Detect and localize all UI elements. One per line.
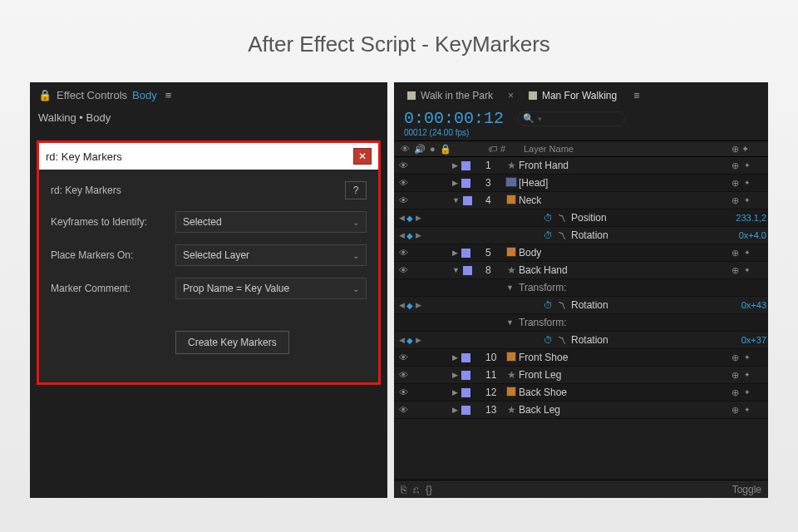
graph-icon[interactable]: 〽 bbox=[558, 301, 566, 310]
lock-icon[interactable]: 🔒 bbox=[440, 144, 451, 155]
place-dropdown[interactable]: Selected Layer ⌄ bbox=[175, 244, 367, 266]
collapse-icon[interactable]: ✦ bbox=[744, 266, 751, 274]
twirl-icon[interactable]: ▶ bbox=[452, 179, 458, 187]
next-keyframe-icon[interactable]: ▶ bbox=[416, 214, 421, 222]
twirl-icon[interactable]: ▶ bbox=[452, 388, 458, 397]
twirl-icon[interactable]: ▼ bbox=[452, 196, 460, 204]
eye-icon[interactable]: 👁 bbox=[401, 144, 410, 154]
property-value[interactable]: 0x+43 bbox=[741, 300, 766, 310]
tab-man-for-walking[interactable]: Man For Walking bbox=[524, 87, 622, 104]
layer-name[interactable]: Back Leg bbox=[519, 404, 732, 416]
tab-close-icon[interactable]: × bbox=[508, 90, 514, 101]
stopwatch-icon[interactable]: ⏱ bbox=[544, 300, 553, 310]
layer-row[interactable]: 👁▶1★Front Hand⊕✦ bbox=[394, 157, 768, 175]
collapse-icon[interactable]: ✦ bbox=[744, 179, 751, 187]
layer-name[interactable]: Front Leg bbox=[519, 369, 732, 381]
eye-icon[interactable]: 👁 bbox=[399, 195, 408, 205]
collapse-icon[interactable]: ✦ bbox=[744, 406, 751, 414]
twirl-icon[interactable]: ▶ bbox=[452, 406, 458, 414]
group-row[interactable]: ▼Transform: bbox=[394, 279, 768, 297]
collapse-icon[interactable]: ✦ bbox=[744, 353, 751, 362]
panel-menu-icon[interactable]: ≡ bbox=[165, 89, 172, 101]
close-icon[interactable]: ✕ bbox=[353, 148, 372, 165]
property-name[interactable]: Rotation bbox=[571, 229, 608, 241]
property-row[interactable]: ◀ ◆ ▶⏱〽Position233.1,2 bbox=[394, 209, 768, 227]
property-name[interactable]: Rotation bbox=[571, 334, 608, 346]
toggle-switches-icon[interactable]: ⎘ bbox=[401, 484, 406, 495]
shy-icon[interactable]: ⊕ bbox=[732, 265, 739, 276]
property-row[interactable]: ◀ ◆ ▶⏱〽Rotation0x+4.0 bbox=[394, 227, 768, 244]
next-keyframe-icon[interactable]: ▶ bbox=[416, 231, 421, 239]
property-row[interactable]: ◀ ◆ ▶⏱〽Rotation0x+37 bbox=[394, 332, 768, 349]
shy-icon[interactable]: ⊕ bbox=[732, 178, 739, 189]
keyframe-diamond-icon[interactable]: ◆ bbox=[406, 336, 413, 345]
property-value[interactable]: 0x+37 bbox=[741, 335, 766, 345]
shy-icon[interactable]: ⊕ bbox=[732, 195, 739, 206]
toggle-brackets-icon[interactable]: {} bbox=[426, 484, 432, 495]
layer-row[interactable]: 👁▶10Front Shoe⊕✦ bbox=[394, 349, 768, 367]
twirl-icon[interactable]: ▼ bbox=[506, 283, 514, 292]
shy-icon[interactable]: ⊕ bbox=[732, 160, 739, 171]
collapse-icon[interactable]: ✦ bbox=[744, 161, 751, 170]
layer-name[interactable]: Neck bbox=[519, 195, 732, 206]
prev-keyframe-icon[interactable]: ◀ bbox=[399, 336, 404, 344]
next-keyframe-icon[interactable]: ▶ bbox=[416, 301, 421, 309]
property-name[interactable]: Rotation bbox=[571, 299, 608, 311]
toggle-label[interactable]: Toggle bbox=[732, 484, 761, 495]
graph-icon[interactable]: 〽 bbox=[558, 231, 566, 240]
layername-column[interactable]: Layer Name bbox=[517, 144, 732, 154]
twirl-icon[interactable]: ▶ bbox=[452, 249, 458, 257]
next-keyframe-icon[interactable]: ▶ bbox=[416, 336, 421, 344]
comment-dropdown[interactable]: Prop Name = Key Value ⌄ bbox=[175, 278, 367, 299]
collapse-icon[interactable]: ✦ bbox=[744, 371, 751, 379]
prev-keyframe-icon[interactable]: ◀ bbox=[399, 231, 404, 239]
graph-icon[interactable]: 〽 bbox=[558, 336, 566, 345]
label-color[interactable] bbox=[461, 406, 470, 415]
stopwatch-icon[interactable]: ⏱ bbox=[544, 213, 553, 223]
twirl-icon[interactable]: ▶ bbox=[452, 161, 458, 170]
prev-keyframe-icon[interactable]: ◀ bbox=[399, 214, 404, 222]
prev-keyframe-icon[interactable]: ◀ bbox=[399, 301, 404, 309]
group-row[interactable]: ▼Transform: bbox=[394, 314, 768, 332]
graph-icon[interactable]: 〽 bbox=[558, 214, 566, 223]
label-color[interactable] bbox=[461, 371, 470, 380]
shy-icon[interactable]: ⊕ bbox=[732, 144, 739, 154]
eye-icon[interactable]: 👁 bbox=[399, 248, 408, 258]
shy-icon[interactable]: ⊕ bbox=[732, 370, 739, 381]
keyframe-diamond-icon[interactable]: ◆ bbox=[406, 301, 413, 310]
eye-icon[interactable]: 👁 bbox=[399, 405, 408, 415]
help-button[interactable]: ? bbox=[345, 181, 367, 200]
twirl-icon[interactable]: ▼ bbox=[452, 266, 460, 274]
twirl-icon[interactable]: ▶ bbox=[452, 353, 458, 362]
collapse-icon[interactable]: ✦ bbox=[744, 249, 751, 257]
layer-row[interactable]: 👁▼4Neck⊕✦ bbox=[394, 192, 768, 209]
stopwatch-icon[interactable]: ⏱ bbox=[544, 230, 553, 240]
shy-icon[interactable]: ⊕ bbox=[732, 248, 739, 259]
property-name[interactable]: Position bbox=[571, 212, 607, 224]
label-color[interactable] bbox=[463, 266, 472, 275]
layer-row[interactable]: 👁▶12Back Shoe⊕✦ bbox=[394, 384, 768, 401]
label-color[interactable] bbox=[461, 179, 470, 188]
timeline-search[interactable]: 🔍 ▾ bbox=[517, 111, 625, 126]
layer-name[interactable]: Front Shoe bbox=[519, 352, 732, 363]
layer-row[interactable]: 👁▶11★Front Leg⊕✦ bbox=[394, 367, 768, 384]
stopwatch-icon[interactable]: ⏱ bbox=[544, 335, 553, 345]
eye-icon[interactable]: 👁 bbox=[399, 265, 408, 275]
twirl-icon[interactable]: ▼ bbox=[506, 318, 514, 327]
shy-icon[interactable]: ⊕ bbox=[732, 405, 739, 416]
group-name[interactable]: Transform: bbox=[519, 282, 768, 293]
panel-menu-icon[interactable]: ≡ bbox=[633, 90, 639, 101]
layer-row[interactable]: 👁▶3[Head]⊕✦ bbox=[394, 175, 768, 192]
property-row[interactable]: ◀ ◆ ▶⏱〽Rotation0x+43 bbox=[394, 297, 768, 314]
layer-row[interactable]: 👁▶5Body⊕✦ bbox=[394, 244, 768, 262]
eye-icon[interactable]: 👁 bbox=[399, 352, 408, 362]
layer-link[interactable]: Body bbox=[132, 89, 157, 101]
collapse-icon[interactable]: ✦ bbox=[744, 196, 751, 204]
property-value[interactable]: 233.1,2 bbox=[736, 213, 766, 223]
shy-icon[interactable]: ⊕ bbox=[732, 387, 739, 398]
layer-name[interactable]: Body bbox=[519, 247, 732, 259]
eye-icon[interactable]: 👁 bbox=[399, 178, 408, 188]
layer-name[interactable]: [Head] bbox=[519, 177, 732, 189]
layer-name[interactable]: Back Shoe bbox=[519, 387, 732, 398]
audio-icon[interactable]: 🔊 bbox=[414, 144, 426, 155]
